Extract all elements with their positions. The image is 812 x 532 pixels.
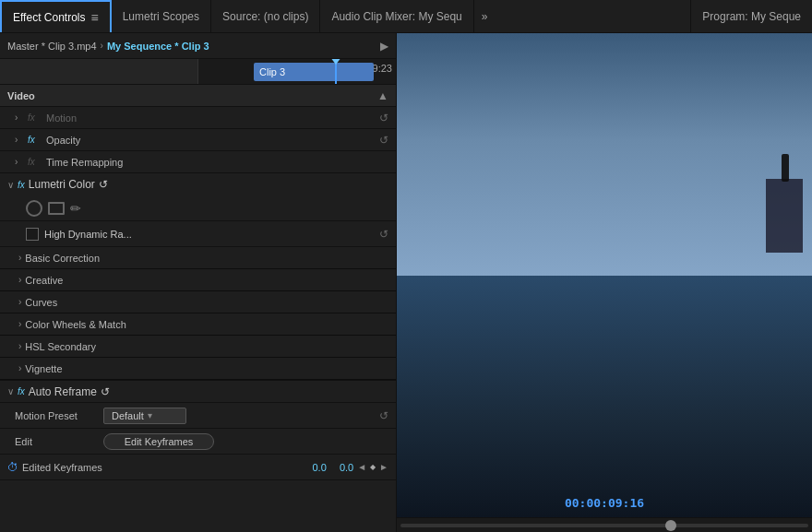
timeline-area[interactable]: 00:09:23 Clip 3 [198, 59, 396, 84]
kf-prev-button[interactable]: ◄ [357, 462, 366, 472]
motion-preset-reset-button[interactable]: ↺ [379, 409, 388, 422]
motion-reset-button[interactable]: ↺ [379, 112, 388, 124]
kf-next-button[interactable]: ► [379, 462, 388, 472]
effect-row-time-remapping[interactable]: › fx Time Remapping [0, 151, 396, 173]
tab-spacer [495, 0, 690, 32]
effect-row-opacity[interactable]: › fx Opacity ↺ [0, 129, 396, 151]
tab-program[interactable]: Program: My Seque [690, 0, 812, 32]
auto-reframe-expand-icon: ∨ [7, 386, 14, 396]
lumetri-vignette[interactable]: › Vignette [0, 358, 396, 380]
basic-correction-label: Basic Correction [25, 253, 100, 264]
program-panel: 00:00:09:16 [397, 33, 812, 532]
tab-effect-controls[interactable]: Effect Controls ≡ [0, 0, 112, 32]
lumetri-color-name: Lumetri Color [29, 178, 95, 191]
lumetri-creative[interactable]: › Creative [0, 269, 396, 291]
edit-keyframes-row: Edit Edit Keyframes [0, 429, 396, 455]
motion-fx-badge: fx [28, 112, 42, 123]
hdr-row: High Dynamic Ra... ↺ [0, 221, 396, 247]
curves-chevron-icon: › [18, 297, 21, 307]
lumetri-basic-correction[interactable]: › Basic Correction [0, 247, 396, 269]
lumetri-color-header[interactable]: ∨ fx Lumetri Color ↺ [0, 173, 396, 195]
hdr-checkbox[interactable] [26, 228, 39, 241]
auto-reframe-section: ∨ fx Auto Reframe ↺ Motion Preset Defaul… [0, 381, 396, 480]
edited-keyframes-label: Edited Keyframes [22, 462, 308, 473]
keyframe-nav: ◄ ◆ ► [357, 462, 388, 472]
sequence-clip-label[interactable]: My Sequence * Clip 3 [107, 41, 209, 52]
playhead-triangle [330, 59, 341, 65]
motion-preset-label: Motion Preset [15, 410, 98, 421]
color-wheels-label: Color Wheels & Match [25, 319, 125, 330]
timeline-strip: 00:09:23 Clip 3 [0, 59, 396, 85]
scene-person [782, 154, 789, 182]
circle-mask-icon[interactable] [26, 200, 42, 217]
effect-row-motion[interactable]: › fx Motion ↺ [0, 107, 396, 129]
motion-effect-name: Motion [46, 112, 376, 124]
motion-preset-arrow-icon: ▾ [148, 410, 152, 420]
program-video-frame [397, 33, 812, 517]
motion-preset-value: Default [112, 410, 144, 421]
program-video[interactable]: 00:00:09:16 [397, 33, 812, 517]
tab-overflow-button[interactable]: » [474, 0, 496, 32]
opacity-chevron-icon: › [15, 135, 24, 145]
main-content: Master * Clip 3.mp4 › My Sequence * Clip… [0, 33, 812, 532]
motion-preset-dropdown[interactable]: Default ▾ [103, 408, 186, 424]
lumetri-curves[interactable]: › Curves [0, 291, 396, 313]
vignette-label: Vignette [25, 363, 62, 374]
tab-source[interactable]: Source: (no clips) [211, 0, 320, 32]
motion-preset-row: Motion Preset Default ▾ ↺ [0, 403, 396, 429]
clip-play-button[interactable]: ▶ [380, 40, 388, 53]
scrubber-thumb[interactable] [665, 520, 676, 531]
tab-lumetri-scopes[interactable]: Lumetri Scopes [112, 0, 211, 32]
clip-chevron-icon: › [101, 41, 103, 51]
time-remapping-effect-name: Time Remapping [46, 157, 388, 168]
hsl-secondary-label: HSL Secondary [25, 341, 96, 352]
stopwatch-icon: ⏱ [7, 461, 18, 474]
lumetri-reset-button[interactable]: ↺ [99, 178, 108, 191]
time-remapping-chevron-icon: › [15, 157, 24, 167]
edited-keyframes-value2: 0.0 [340, 462, 353, 473]
opacity-effect-name: Opacity [46, 135, 376, 146]
timeline-label-col [0, 59, 198, 84]
lumetri-fx-badge: fx [18, 180, 25, 190]
clip-header: Master * Clip 3.mp4 › My Sequence * Clip… [0, 33, 396, 59]
lumetri-shape-tools: ✏ [0, 195, 396, 221]
creative-chevron-icon: › [18, 275, 21, 285]
edited-keyframes-row: ⏱ Edited Keyframes 0.0 0.0 ◄ ◆ ► [0, 455, 396, 480]
effect-controls-label: Effect Controls [13, 11, 85, 24]
tab-audio-clip-mixer[interactable]: Audio Clip Mixer: My Sequ [320, 0, 473, 32]
color-wheels-chevron-icon: › [18, 319, 21, 329]
clip-block[interactable]: Clip 3 [254, 63, 374, 81]
opacity-reset-button[interactable]: ↺ [379, 134, 388, 147]
rect-mask-icon[interactable] [48, 202, 65, 215]
menu-icon[interactable]: ≡ [90, 10, 98, 25]
tab-bar: Effect Controls ≡ Lumetri Scopes Source:… [0, 0, 812, 33]
basic-correction-chevron-icon: › [18, 253, 21, 263]
auto-reframe-reset-button[interactable]: ↺ [101, 385, 110, 398]
video-section-header: Video ▲ [0, 85, 396, 107]
program-timecode: 00:00:09:16 [565, 496, 644, 510]
auto-reframe-fx-badge: fx [18, 386, 25, 396]
hsl-secondary-chevron-icon: › [18, 341, 21, 351]
hdr-reset-button[interactable]: ↺ [379, 228, 388, 241]
scrubber-track[interactable] [400, 524, 808, 527]
lumetri-color-wheels[interactable]: › Color Wheels & Match [0, 313, 396, 336]
auto-reframe-header[interactable]: ∨ fx Auto Reframe ↺ [0, 381, 396, 403]
scene-dock [766, 179, 803, 253]
pen-tool-icon[interactable]: ✏ [70, 201, 81, 216]
kf-spacer [330, 462, 336, 473]
video-section-up-icon[interactable]: ▲ [377, 89, 388, 102]
video-section-label: Video [7, 90, 35, 101]
opacity-fx-badge: fx [28, 135, 42, 145]
creative-label: Creative [25, 275, 63, 286]
master-clip-label: Master * Clip 3.mp4 [7, 41, 97, 52]
scene-water [397, 276, 812, 518]
playhead[interactable] [335, 59, 337, 84]
edit-label: Edit [15, 436, 98, 447]
time-remapping-fx-badge: fx [28, 157, 42, 167]
lumetri-hsl-secondary[interactable]: › HSL Secondary [0, 336, 396, 358]
kf-add-button[interactable]: ◆ [370, 463, 376, 471]
edit-keyframes-button[interactable]: Edit Keyframes [103, 433, 214, 450]
lumetri-expand-icon: ∨ [7, 180, 14, 190]
program-scrubber[interactable] [397, 517, 812, 532]
effect-controls-panel: Master * Clip 3.mp4 › My Sequence * Clip… [0, 33, 397, 532]
